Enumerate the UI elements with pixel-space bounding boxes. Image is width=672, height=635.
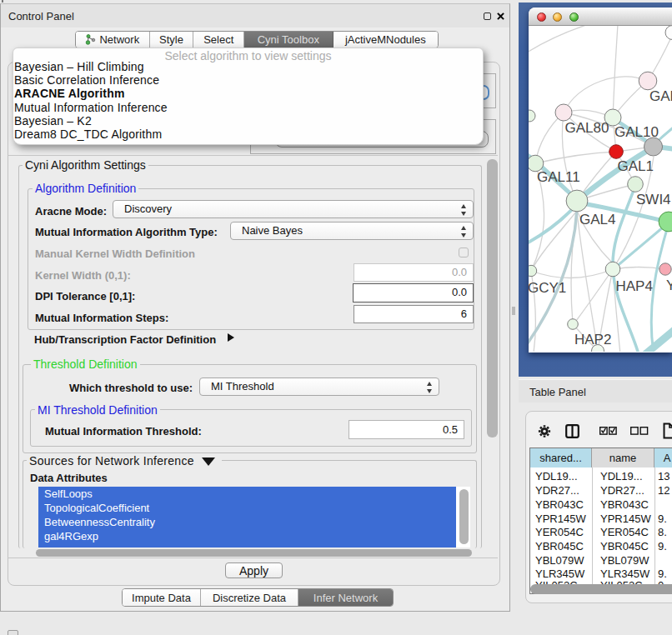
svg-text:Y: Y: [666, 278, 672, 293]
svg-text:GAL1: GAL1: [618, 158, 654, 174]
svg-text:SWI4: SWI4: [636, 192, 671, 208]
svg-text:HAP2: HAP2: [574, 332, 611, 348]
svg-text:GAL11: GAL11: [537, 169, 580, 185]
svg-text:GCY1: GCY1: [529, 280, 566, 296]
svg-text:GAL10: GAL10: [614, 124, 659, 140]
svg-text:GAL: GAL: [649, 88, 672, 104]
svg-text:HAP4: HAP4: [616, 278, 653, 294]
svg-text:GAL4: GAL4: [579, 212, 615, 228]
svg-text:GAL80: GAL80: [565, 120, 609, 136]
